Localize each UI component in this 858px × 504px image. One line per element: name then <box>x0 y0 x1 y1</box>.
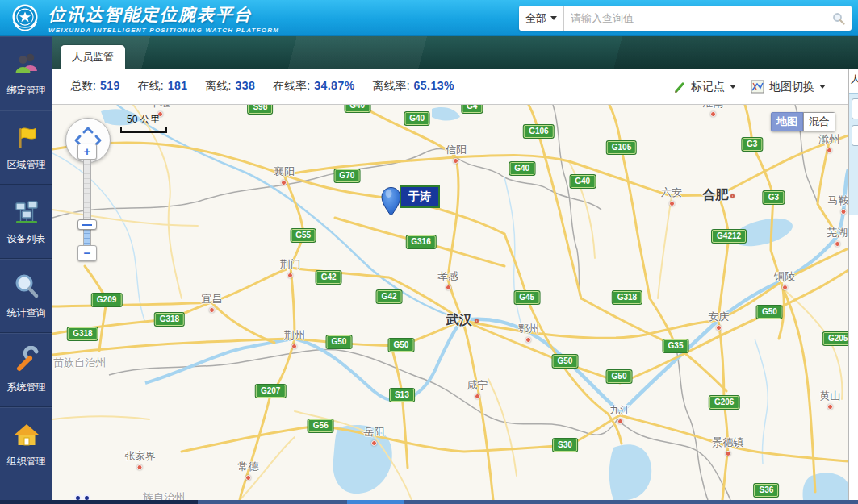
search-filter-label: 全部 <box>525 11 546 26</box>
map-zoom-slider: + − <box>77 144 98 261</box>
cluster-dot[interactable] <box>74 494 82 500</box>
road-badge: G316 <box>406 235 435 248</box>
map-canvas[interactable]: S98G40G4G40G106G105G3G40G40G3G70G4212G55… <box>52 105 848 500</box>
sidebar-item-statistics[interactable]: 统计查询 <box>0 259 52 333</box>
app-title: 位讯达智能定位腕表平台 <box>48 3 279 26</box>
panel-button-partial <box>852 125 858 146</box>
stat-offline: 离线:338 <box>206 79 256 94</box>
sidebar-item-label: 绑定管理 <box>7 84 46 98</box>
sidebar-nav: 绑定管理 区域管理 设备列表 统计查询 系统管理 <box>0 36 52 500</box>
road-badge: G55 <box>291 229 316 242</box>
road-badge: G42 <box>377 290 402 303</box>
sidebar-item-system[interactable]: 系统管理 <box>0 333 52 407</box>
search-input[interactable] <box>564 12 832 24</box>
stat-online-rate: 在线率:34.87% <box>273 79 354 94</box>
road-badge: G318 <box>613 291 642 304</box>
road-badge: G56 <box>308 419 333 432</box>
search-filter-select[interactable]: 全部 <box>519 6 564 31</box>
global-search: 全部 <box>519 6 852 31</box>
map-toolbar: 标记点 地图切换 <box>673 69 826 105</box>
road-badge: G50 <box>553 355 578 368</box>
road-badge: G40 <box>570 175 595 188</box>
zoom-in-button[interactable]: + <box>77 144 97 160</box>
sidebar-item-label: 区域管理 <box>7 158 46 172</box>
road-badge: S98 <box>248 105 272 114</box>
road-badge: G50 <box>327 335 352 348</box>
stat-offline-rate: 离线率:65.13% <box>373 79 454 94</box>
marker-point-button[interactable]: 标记点 <box>673 80 736 94</box>
road-badge: G318 <box>68 327 97 340</box>
scrollbar-track[interactable] <box>198 500 858 504</box>
map-thumbnail-icon <box>751 80 764 94</box>
road-badge: G40 <box>345 105 370 112</box>
police-badge-logo <box>8 2 42 35</box>
road-badge: G205 <box>823 332 848 345</box>
map-type-hybrid-button[interactable]: 混合 <box>803 112 835 131</box>
tab-personnel-monitor[interactable]: 人员监管 <box>61 45 125 69</box>
road-badge: G40 <box>509 162 534 175</box>
road-badge: G3 <box>764 191 784 204</box>
zoom-thumb[interactable] <box>77 219 97 230</box>
personnel-panel-collapsed[interactable]: 人 <box>848 69 858 500</box>
road-badge: G207 <box>256 385 285 398</box>
tab-bar: 人员监管 <box>52 36 858 69</box>
map-type-map-button[interactable]: 地图 <box>771 112 803 131</box>
road-badge: G206 <box>709 396 739 409</box>
road-badge: S36 <box>755 484 779 497</box>
stat-online: 在线:181 <box>138 79 188 94</box>
road-badge: S30 <box>553 439 577 452</box>
cluster-dot[interactable] <box>83 494 90 500</box>
stats-bar: 总数:519 在线:181 离线:338 在线率:34.87% 离线率:65.1… <box>52 69 848 105</box>
zoom-track[interactable] <box>83 160 91 245</box>
home-icon <box>12 420 41 449</box>
road-badge: G106 <box>524 125 553 138</box>
sidebar-item-label: 组织管理 <box>7 455 46 469</box>
road-badge: G318 <box>155 313 184 326</box>
map-scale-line <box>120 127 167 133</box>
sidebar-item-organization[interactable]: 组织管理 <box>0 407 52 481</box>
sidebar-item-label: 系统管理 <box>7 381 46 394</box>
chevron-down-icon <box>550 16 557 20</box>
map-scale: 50 公里 <box>120 113 167 133</box>
app-header: 位讯达智能定位腕表平台 WEIXUNDA INTELLIGENT POSITIO… <box>0 0 858 36</box>
road-badge: G40 <box>404 112 429 125</box>
person-marker-label[interactable]: 于涛 <box>400 185 440 208</box>
scrollbar-thumb[interactable] <box>347 500 404 504</box>
chevron-down-icon <box>819 85 826 89</box>
road-badge: G3 <box>742 138 762 151</box>
road-badge: G45 <box>514 291 539 304</box>
marker-point-label: 标记点 <box>691 80 725 94</box>
road-badge: G70 <box>334 169 359 182</box>
road-badge: G4 <box>462 105 482 113</box>
magnifier-icon <box>12 272 41 301</box>
road-badge: G50 <box>607 370 632 383</box>
road-badge: G50 <box>388 339 413 352</box>
road-badge: G42 <box>316 271 341 284</box>
personnel-panel-label: 人 <box>849 69 858 86</box>
app-title-block: 位讯达智能定位腕表平台 WEIXUNDA INTELLIGENT POSITIO… <box>48 3 279 34</box>
road-badge: G50 <box>757 306 782 319</box>
wrench-icon <box>12 346 41 375</box>
sidebar-item-devices[interactable]: 设备列表 <box>0 185 52 259</box>
pencil-icon <box>673 81 686 94</box>
search-icon[interactable] <box>832 12 845 25</box>
sidebar-item-binding[interactable]: 绑定管理 <box>0 36 52 110</box>
chevron-down-icon <box>730 85 736 89</box>
zoom-out-button[interactable]: − <box>77 245 97 261</box>
map-roads-layer <box>52 105 848 500</box>
road-badge: G4212 <box>712 230 746 243</box>
sidebar-item-label: 设备列表 <box>7 232 46 246</box>
road-badge: G209 <box>92 294 121 306</box>
app-subtitle: WEIXUNDA INTELLIGENT POSITIONING WATCH P… <box>48 27 279 34</box>
users-icon <box>12 49 41 78</box>
bottom-scrollbar <box>0 500 858 504</box>
sidebar-item-region[interactable]: 区域管理 <box>0 110 52 185</box>
map-switch-button[interactable]: 地图切换 <box>751 80 826 94</box>
road-badge: S13 <box>390 389 414 402</box>
map-type-toggle: 地图 混合 <box>771 112 835 131</box>
panel-button-partial <box>852 98 858 119</box>
map-scale-label: 50 公里 <box>127 113 167 127</box>
stat-total: 总数:519 <box>70 79 120 94</box>
flag-icon <box>12 123 41 152</box>
road-badge: G35 <box>663 339 688 352</box>
